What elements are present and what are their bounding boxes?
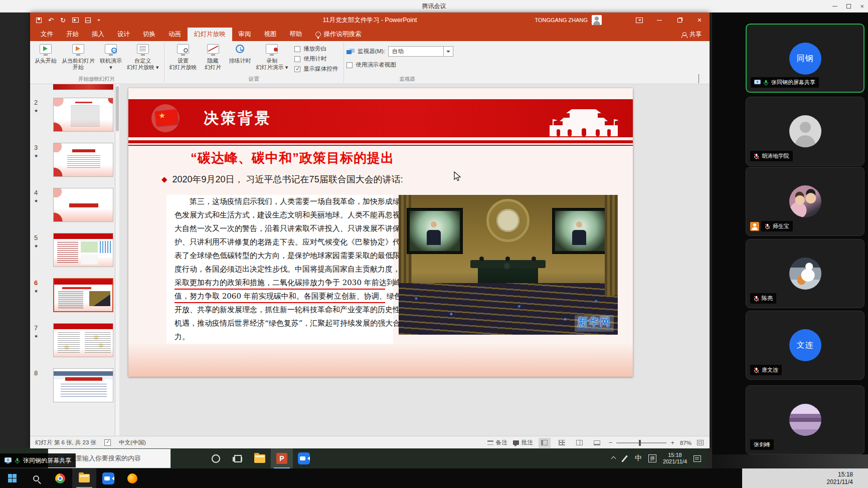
zoom-level[interactable]: 87% bbox=[680, 440, 691, 446]
photo-rabbit-avatar bbox=[789, 258, 821, 290]
member-badge-icon bbox=[750, 222, 759, 231]
task-view-taskbar-button[interactable] bbox=[227, 448, 249, 468]
ribbon-tab-3[interactable]: 设计 bbox=[111, 28, 136, 41]
participant-tile-5[interactable]: 张剑峰 bbox=[746, 385, 864, 454]
tencent-meeting-taskbar-button[interactable] bbox=[293, 448, 315, 468]
present-online-button[interactable]: 联机演示▾ bbox=[97, 42, 124, 75]
zoom-slider[interactable]: − + bbox=[609, 439, 674, 446]
slide-bullet-line: ◆ 2020年9月20日， 习近平总书记在75届联合国大会的讲话: bbox=[161, 173, 403, 185]
hidden-icons-chevron[interactable] bbox=[611, 456, 616, 461]
ribbon-display-options-icon[interactable] bbox=[629, 13, 649, 28]
thumbnail-number: 6 bbox=[34, 279, 38, 287]
participant-tile-3[interactable]: 陈亮 bbox=[746, 239, 864, 308]
ribbon-tab-2[interactable]: 插入 bbox=[85, 28, 111, 41]
thumbnail-slide-4[interactable] bbox=[53, 188, 113, 222]
participant-tile-0[interactable]: 同钢张同钢的屏幕共享 bbox=[746, 24, 864, 93]
ime-pinyin-icon[interactable]: 拼 bbox=[648, 454, 656, 462]
meeting-titlebar: 腾讯会议 × bbox=[0, 0, 868, 13]
ime-mode-indicator[interactable]: 中 bbox=[635, 454, 642, 463]
checkbox-2[interactable]: 显示媒体控件 bbox=[294, 65, 338, 73]
cortana-taskbar-button[interactable] bbox=[205, 448, 227, 468]
account-name[interactable]: TONGGANG ZHANG bbox=[535, 17, 588, 23]
from-current-button[interactable]: 从当前幻灯片开始 bbox=[59, 42, 97, 75]
ribbon-group-start-slideshow: 从头开始从当前幻灯片开始联机演示▾自定义幻灯片放映 ▾ 开始放映幻灯片 bbox=[30, 41, 163, 84]
sharing-screen-icon bbox=[5, 457, 12, 463]
start-icon bbox=[8, 474, 17, 482]
slide-canvas: 决策背景 bbox=[119, 84, 710, 436]
language-indicator[interactable]: 中文(中国) bbox=[119, 439, 146, 446]
action-center-icon[interactable] bbox=[693, 455, 701, 462]
checkbox-0[interactable]: 播放旁白 bbox=[294, 45, 338, 53]
current-slide[interactable]: 决策背景 bbox=[128, 88, 633, 377]
proofing-icon[interactable] bbox=[104, 439, 111, 446]
share-button[interactable]: 共享 bbox=[681, 28, 702, 41]
thumbnail-slide-1-partial[interactable] bbox=[53, 84, 113, 90]
slide-title: 决策背景 bbox=[204, 99, 272, 137]
account-avatar[interactable] bbox=[592, 15, 602, 25]
from-start-button[interactable]: 从头开始 bbox=[32, 42, 59, 75]
close-icon[interactable]: × bbox=[860, 3, 864, 10]
ppt-close-icon[interactable]: × bbox=[689, 13, 710, 28]
browser-taskbar-button[interactable] bbox=[120, 468, 144, 488]
thumbnail-slide-3[interactable] bbox=[53, 143, 113, 177]
monitor-select[interactable]: 自动 bbox=[388, 46, 453, 57]
ink-workspace-icon[interactable] bbox=[622, 455, 628, 462]
screen: 腾讯会议 × ↶ ↻ 11月党支部文件学习 - bbox=[0, 0, 868, 488]
file-explorer-taskbar-button[interactable] bbox=[72, 468, 96, 488]
setup-show-button[interactable]: 设置幻灯片放映 bbox=[167, 42, 200, 75]
banner-divider-thin bbox=[128, 145, 633, 146]
custom-show-button[interactable]: 自定义幻灯片放映 ▾ bbox=[124, 42, 161, 75]
ribbon-tab-0[interactable]: 文件 bbox=[34, 28, 60, 41]
fit-to-window-icon[interactable] bbox=[697, 440, 704, 445]
participant-tile-2[interactable]: 师生宝 bbox=[746, 167, 864, 236]
collapse-ribbon-icon[interactable] bbox=[699, 75, 706, 82]
notes-button[interactable]: 备注 bbox=[487, 439, 507, 446]
thumbnail-slide-7[interactable] bbox=[53, 323, 113, 357]
shared-clock[interactable]: 15:18 2021/11/4 bbox=[663, 452, 687, 465]
reading-view-button[interactable] bbox=[574, 438, 586, 448]
tencent-meeting-taskbar-button[interactable] bbox=[96, 468, 120, 488]
photo-kids-avatar bbox=[789, 185, 821, 217]
normal-view-button[interactable] bbox=[539, 438, 551, 448]
comments-button[interactable]: 批注 bbox=[513, 439, 533, 446]
local-clock[interactable]: 15:18 2021/11/4 bbox=[742, 468, 868, 488]
presenter-view-checkbox[interactable]: 使用演示者视图 bbox=[346, 61, 468, 69]
thumbnail-slide-5[interactable] bbox=[53, 233, 113, 267]
ppt-minimize-icon[interactable] bbox=[649, 13, 669, 28]
initials-blue-avatar: 同钢 bbox=[789, 43, 821, 75]
minimize-icon[interactable] bbox=[832, 6, 837, 7]
ribbon-tab-5[interactable]: 动画 bbox=[162, 28, 188, 41]
ppt-restore-icon[interactable] bbox=[669, 13, 689, 28]
participant-tile-1[interactable]: 胡涛地学院 bbox=[746, 97, 864, 166]
powerpoint-taskbar-button[interactable] bbox=[271, 448, 293, 468]
participant-tile-4[interactable]: 文连唐文连 bbox=[746, 311, 864, 380]
file-explorer-taskbar-button[interactable] bbox=[249, 448, 271, 468]
ribbon-tab-4[interactable]: 切换 bbox=[136, 28, 162, 41]
from-start-icon bbox=[38, 44, 53, 57]
ribbon-group-monitors: 监视器(M): 自动 使用演示者视图 监视器 bbox=[344, 41, 470, 84]
thumbnail-slide-6[interactable] bbox=[53, 278, 113, 312]
chrome-taskbar-button[interactable] bbox=[48, 468, 72, 488]
thumbnail-slide-8[interactable] bbox=[53, 368, 113, 402]
start-taskbar-button[interactable] bbox=[0, 468, 24, 488]
hide-slide-button[interactable]: 隐藏幻灯片 bbox=[200, 42, 227, 75]
ribbon-tab-1[interactable]: 开始 bbox=[60, 28, 85, 41]
checkbox-1[interactable]: 使用计时 bbox=[294, 55, 338, 63]
maximize-icon[interactable] bbox=[846, 4, 851, 9]
ribbon-tab-6[interactable]: 幻灯片放映 bbox=[188, 28, 232, 41]
ribbon-tab-8[interactable]: 视图 bbox=[258, 28, 283, 41]
tell-me-search-tab[interactable]: 操作说明搜索 bbox=[309, 28, 368, 41]
participant-label-row: 张剑峰 bbox=[750, 439, 774, 450]
ribbon-tab-9[interactable]: 帮助 bbox=[283, 28, 309, 41]
record-show-button[interactable]: 录制幻灯片演示 ▾ bbox=[254, 42, 291, 75]
record-show-icon bbox=[264, 44, 279, 57]
name-badge: 师生宝 bbox=[761, 221, 793, 231]
rehearse-timings-button[interactable]: 排练计时 bbox=[227, 42, 254, 75]
thumbnail-slide-2[interactable] bbox=[53, 98, 113, 132]
slide-sorter-view-button[interactable] bbox=[556, 438, 568, 448]
search-taskbar-button[interactable] bbox=[24, 468, 48, 488]
ribbon-tab-7[interactable]: 审阅 bbox=[232, 28, 258, 41]
comments-icon bbox=[513, 440, 519, 445]
thumbnail-scrollbar[interactable] bbox=[115, 84, 119, 436]
slideshow-view-button[interactable] bbox=[591, 438, 603, 448]
